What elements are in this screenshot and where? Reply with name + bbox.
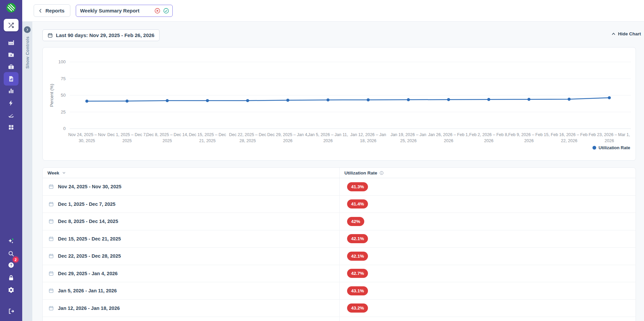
- hide-chart-button[interactable]: Hide Chart: [611, 31, 641, 36]
- sort-chevron-down-icon: [62, 171, 66, 175]
- utilization-rate-badge: 42.1%: [347, 234, 368, 243]
- bar-chart-icon[interactable]: [4, 84, 19, 98]
- date-range-label: Last 90 days: Nov 29, 2025 - Feb 26, 202…: [56, 32, 155, 38]
- utilization-rate-badge: 41.4%: [347, 199, 368, 208]
- table-row[interactable]: Jan 12, 2026 - Jan 18, 2026 43.2%: [43, 300, 636, 317]
- show-controls-label: Show Controls: [25, 36, 30, 69]
- table-row[interactable]: Jan 5, 2026 - Jan 11, 2026 43.1%: [43, 282, 636, 300]
- utilization-rate-badge: 42.1%: [347, 252, 368, 261]
- cancel-edit-icon[interactable]: [154, 7, 161, 14]
- table-body: Nov 24, 2025 - Nov 30, 2025 41.3% Dec 1,…: [43, 178, 636, 321]
- table-row[interactable]: Dec 15, 2025 - Dec 21, 2025 42.1%: [43, 230, 636, 248]
- week-range-label: Dec 8, 2025 - Dec 14, 2025: [58, 219, 118, 224]
- calendar-icon: [48, 201, 54, 207]
- y-tick-label: 75: [52, 76, 66, 81]
- x-axis-label: Dec 22, 2025 – Dec 28, 2025: [227, 132, 269, 144]
- x-axis-label: Jan 26, 2026 – Feb 1, 2026: [427, 132, 470, 144]
- chevron-up-icon: [611, 32, 616, 36]
- week-cell: [43, 317, 340, 321]
- help-icon[interactable]: ? 2: [4, 258, 19, 272]
- show-controls-panel-toggle[interactable]: Show Controls: [22, 22, 32, 321]
- calendar-icon: [48, 236, 54, 242]
- x-axis-label: Feb 9, 2026 – Feb 15, 2026: [508, 132, 550, 144]
- week-cell: Dec 22, 2025 - Dec 28, 2025: [43, 248, 340, 265]
- column-header-utilization-rate: Utilization Rate: [340, 168, 636, 178]
- lock-icon[interactable]: [4, 271, 19, 285]
- utilization-rate-badge: 42%: [347, 217, 364, 226]
- ai-sparkles-icon[interactable]: [4, 234, 19, 248]
- x-axis-label: Dec 8, 2025 – Dec 14, 2025: [146, 132, 189, 144]
- column-header-week[interactable]: Week: [43, 168, 340, 178]
- apps-grid-icon[interactable]: [4, 121, 19, 134]
- logout-icon[interactable]: [4, 304, 19, 318]
- info-icon[interactable]: [379, 171, 384, 175]
- back-button-label: Reports: [45, 8, 65, 13]
- main-content: Last 90 days: Nov 29, 2025 - Feb 26, 202…: [32, 22, 644, 321]
- rate-cell: 41.3%: [340, 178, 636, 195]
- weekly-utilization-table: Week Utilization Rate Nov 24, 2025 - Nov…: [42, 167, 636, 321]
- sidebar: ? 2: [0, 0, 22, 321]
- calendar-icon: [48, 219, 54, 224]
- shuffle-icon[interactable]: [4, 19, 19, 31]
- x-axis-label: Feb 23, 2026 – Mar 1, 2026: [588, 132, 631, 144]
- chevron-left-icon: [38, 8, 43, 13]
- y-tick-label: 0: [52, 126, 66, 131]
- legend-dot-icon: [592, 146, 596, 150]
- week-range-label: Nov 24, 2025 - Nov 30, 2025: [58, 184, 122, 189]
- week-range-label: Dec 1, 2025 - Dec 7, 2025: [58, 201, 115, 207]
- x-axis-label: Nov 24, 2025 – Nov 30, 2025: [66, 132, 108, 144]
- table-row[interactable]: Dec 8, 2025 - Dec 14, 2025 42%: [43, 213, 636, 230]
- utilization-rate-badge: 42.7%: [347, 269, 368, 278]
- week-cell: Dec 29, 2025 - Jan 4, 2026: [43, 265, 340, 282]
- x-axis-label: Dec 15, 2025 – Dec 21, 2025: [186, 132, 229, 144]
- back-to-reports-button[interactable]: Reports: [34, 4, 70, 17]
- legend-utilization-rate[interactable]: Utilization Rate: [592, 145, 630, 150]
- calendar-icon: [48, 271, 54, 276]
- calendar-icon: [48, 184, 54, 189]
- table-row-partial[interactable]: [43, 317, 636, 321]
- week-cell: Dec 8, 2025 - Dec 14, 2025: [43, 213, 340, 230]
- app-logo[interactable]: [6, 3, 16, 13]
- confirm-edit-icon[interactable]: [163, 7, 169, 14]
- x-axis-label: Feb 16, 2026 – Feb 22, 2026: [548, 132, 590, 144]
- utilization-rate-badge: 43.1%: [347, 286, 368, 295]
- table-row[interactable]: Nov 24, 2025 - Nov 30, 2025 41.3%: [43, 178, 636, 196]
- date-range-filter-button[interactable]: Last 90 days: Nov 29, 2025 - Feb 26, 202…: [42, 29, 160, 41]
- rate-cell: 43.1%: [340, 282, 636, 299]
- week-range-label: Dec 15, 2025 - Dec 21, 2025: [58, 236, 121, 242]
- settings-gear-icon[interactable]: [4, 283, 19, 297]
- calendar-icon: [48, 288, 54, 293]
- toolbox-icon[interactable]: [4, 60, 19, 73]
- report-title-wrap: [76, 5, 173, 17]
- bolt-icon[interactable]: [4, 96, 19, 110]
- legend-label: Utilization Rate: [599, 145, 630, 150]
- week-cell: Jan 5, 2026 - Jan 11, 2026: [43, 282, 340, 299]
- week-cell: Dec 1, 2025 - Dec 7, 2025: [43, 196, 340, 213]
- y-tick-label: 25: [52, 109, 66, 115]
- calendar-icon: [48, 253, 54, 259]
- y-tick-label: 100: [52, 59, 66, 64]
- rate-cell: 42.1%: [340, 230, 636, 248]
- x-axis-label: Jan 5, 2026 – Jan 11, 2026: [307, 132, 349, 144]
- table-row[interactable]: Dec 1, 2025 - Dec 7, 2025 41.4%: [43, 196, 636, 213]
- projects-icon[interactable]: [4, 48, 19, 61]
- reports-doc-icon[interactable]: [4, 72, 19, 86]
- utilization-rate-badge: 43.2%: [347, 303, 368, 313]
- week-range-label: Jan 5, 2026 - Jan 11, 2026: [58, 288, 117, 293]
- canoe-icon[interactable]: [4, 108, 19, 122]
- y-tick-label: 50: [52, 93, 66, 98]
- utilization-line-chart: [43, 47, 636, 161]
- week-range-label: Dec 29, 2025 - Jan 4, 2026: [58, 271, 117, 276]
- chevron-right-circle-icon[interactable]: [24, 26, 31, 33]
- rate-cell: 41.4%: [340, 196, 636, 213]
- rate-cell: 42.7%: [340, 265, 636, 282]
- calendar-icon: [47, 33, 53, 38]
- factory-icon[interactable]: [4, 36, 19, 49]
- utilization-chart-card: Percent (%) 0255075100 Nov 24, 2025 – No…: [42, 47, 636, 161]
- table-header-row: Week Utilization Rate: [43, 168, 636, 178]
- utilization-rate-header-label: Utilization Rate: [344, 170, 377, 175]
- top-header: Reports: [22, 0, 644, 22]
- table-row[interactable]: Dec 22, 2025 - Dec 28, 2025 42.1%: [43, 248, 636, 265]
- table-row[interactable]: Dec 29, 2025 - Jan 4, 2026 42.7%: [43, 265, 636, 283]
- rate-cell: 42%: [340, 213, 636, 230]
